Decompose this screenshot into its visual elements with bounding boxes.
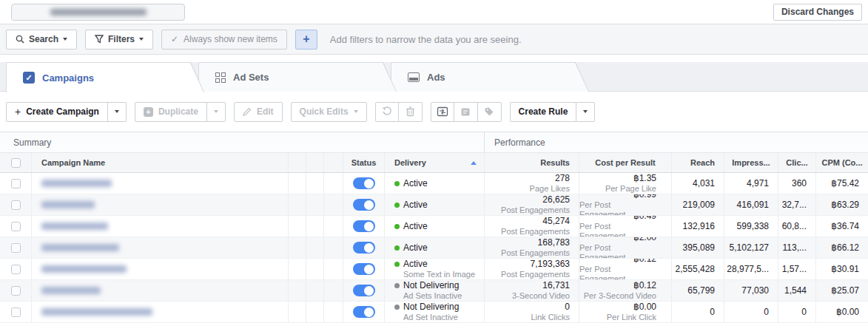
redacted-campaign-name bbox=[41, 222, 108, 230]
status-header[interactable]: Status bbox=[343, 153, 385, 172]
row-checkbox[interactable] bbox=[11, 200, 21, 210]
results-cell: 278 Page Likes bbox=[485, 173, 579, 194]
search-button[interactable]: Search bbox=[6, 30, 77, 50]
always-show-new-items-toggle[interactable]: ✓ Always show new items bbox=[161, 30, 287, 50]
campaign-name-cell[interactable] bbox=[32, 259, 289, 279]
row-checkbox[interactable] bbox=[11, 265, 21, 274]
campaign-name-header[interactable]: Campaign Name bbox=[32, 153, 289, 172]
status-toggle[interactable] bbox=[353, 285, 375, 296]
duplicate-dropdown[interactable] bbox=[207, 102, 226, 122]
clicks-cell: 360 bbox=[778, 173, 816, 194]
quick-edits-button[interactable]: Quick Edits bbox=[291, 102, 367, 122]
delivery-substatus: Some Text in Image bbox=[394, 270, 484, 279]
tags-button[interactable] bbox=[478, 102, 502, 122]
empty-cell bbox=[289, 302, 306, 322]
status-toggle[interactable] bbox=[353, 242, 375, 254]
delivery-status-label: Active bbox=[403, 222, 428, 231]
campaign-name-cell[interactable] bbox=[32, 173, 289, 194]
status-toggle[interactable] bbox=[353, 263, 375, 275]
tab-campaigns[interactable]: ✓ Campaigns bbox=[6, 62, 204, 92]
redacted-campaign-name bbox=[41, 287, 101, 294]
table-row: Active 45,274 Post Engagements ฿0.49 Per… bbox=[0, 216, 868, 237]
reach-header[interactable]: Reach bbox=[672, 153, 724, 172]
impressions-cell: 5,102,127 bbox=[724, 237, 778, 258]
clicks-header[interactable]: Clic... bbox=[778, 153, 816, 172]
ad-sets-grid-icon bbox=[215, 72, 226, 83]
campaign-name-cell[interactable] bbox=[32, 302, 289, 322]
campaign-name-cell[interactable] bbox=[32, 216, 289, 237]
table-body: Active 278 Page Likes ฿1.35 Per Page Lik… bbox=[0, 173, 868, 323]
create-campaign-dropdown[interactable] bbox=[108, 102, 127, 122]
row-checkbox-cell bbox=[0, 280, 32, 301]
cost-value: ฿0.49 bbox=[633, 216, 656, 221]
results-value: 168,783 bbox=[538, 238, 570, 248]
results-header[interactable]: Results bbox=[485, 153, 579, 172]
search-icon bbox=[16, 35, 24, 44]
delivery-status-label: Active bbox=[403, 259, 428, 269]
results-cell: 45,274 Post Engagements bbox=[485, 216, 579, 237]
delivery-dot bbox=[394, 181, 400, 186]
empty-cell bbox=[289, 173, 306, 194]
empty-cell bbox=[324, 216, 343, 237]
row-checkbox[interactable] bbox=[11, 307, 21, 317]
account-search-field[interactable] bbox=[11, 4, 185, 21]
empty-cell bbox=[289, 237, 306, 258]
impressions-cell: 28,977,5... bbox=[724, 259, 778, 279]
duplicate-button[interactable]: + Duplicate bbox=[135, 102, 207, 122]
row-checkbox[interactable] bbox=[11, 179, 21, 188]
empty-cell bbox=[324, 280, 343, 301]
impressions-header[interactable]: Impress... bbox=[724, 153, 778, 172]
row-checkbox[interactable] bbox=[11, 243, 21, 253]
create-campaign-button[interactable]: + Create Campaign bbox=[6, 102, 108, 122]
results-type-label: Link Clicks bbox=[531, 313, 570, 322]
status-toggle[interactable] bbox=[353, 177, 375, 189]
tab-ads[interactable]: Ads bbox=[391, 62, 589, 92]
filter-placeholder-text[interactable]: Add filters to narrow the data you are s… bbox=[330, 34, 522, 45]
export-import-button[interactable] bbox=[431, 102, 454, 122]
status-toggle[interactable] bbox=[353, 199, 375, 211]
cost-per-result-cell: ฿0.99 Per Post Engagement bbox=[579, 194, 672, 215]
select-all-checkbox[interactable] bbox=[11, 158, 21, 168]
notes-button[interactable] bbox=[454, 102, 478, 122]
chevron-down-icon bbox=[214, 110, 218, 113]
chevron-down-icon bbox=[139, 38, 144, 41]
impressions-cell: 77,030 bbox=[724, 280, 778, 301]
impressions-cell: 416,091 bbox=[724, 194, 778, 215]
empty-cell bbox=[324, 302, 343, 322]
delivery-substatus: Ad Set Inactive bbox=[394, 313, 484, 322]
filters-button[interactable]: Filters bbox=[85, 30, 153, 50]
tab-ad-sets[interactable]: Ad Sets bbox=[198, 62, 397, 92]
delivery-cell: Not Delivering Ad Set Inactive bbox=[385, 302, 485, 322]
delivery-status-label: Not Delivering bbox=[403, 302, 459, 312]
reach-cell: 219,009 bbox=[672, 194, 724, 215]
add-filter-button[interactable]: + bbox=[295, 30, 317, 50]
revert-button[interactable] bbox=[375, 102, 399, 122]
redacted-campaign-name bbox=[41, 180, 112, 187]
delivery-cell: Not Delivering Ad Sets Inactive bbox=[385, 280, 485, 301]
discard-changes-button[interactable]: Discard Changes bbox=[773, 4, 862, 21]
create-rule-dropdown[interactable] bbox=[576, 102, 595, 122]
campaign-name-cell[interactable] bbox=[32, 237, 289, 258]
campaign-name-cell[interactable] bbox=[32, 280, 289, 301]
empty-header-cell bbox=[289, 153, 306, 172]
campaign-name-cell[interactable] bbox=[32, 194, 289, 215]
results-type-label: Post Engagements bbox=[501, 270, 570, 279]
empty-cell bbox=[324, 237, 343, 258]
cpm-header[interactable]: CPM (Co... bbox=[816, 153, 868, 172]
delete-button[interactable] bbox=[399, 102, 423, 122]
delivery-header[interactable]: Delivery bbox=[385, 153, 485, 172]
empty-cell bbox=[306, 302, 324, 322]
row-checkbox[interactable] bbox=[11, 222, 21, 231]
results-value: 278 bbox=[555, 174, 570, 183]
empty-cell bbox=[289, 280, 306, 301]
cost-type-label: Per Post Engagement bbox=[579, 200, 656, 215]
status-toggle[interactable] bbox=[353, 220, 375, 232]
cpm-cell: ฿75.42 bbox=[816, 173, 868, 194]
create-rule-button[interactable]: Create Rule bbox=[510, 102, 577, 122]
results-type-label: Post Engagements bbox=[501, 248, 570, 258]
row-checkbox[interactable] bbox=[11, 286, 21, 296]
cost-per-result-header[interactable]: Cost per Result bbox=[579, 153, 672, 172]
edit-button[interactable]: Edit bbox=[234, 102, 283, 122]
status-toggle[interactable] bbox=[353, 306, 375, 318]
cost-value: ฿1.35 bbox=[633, 174, 656, 183]
